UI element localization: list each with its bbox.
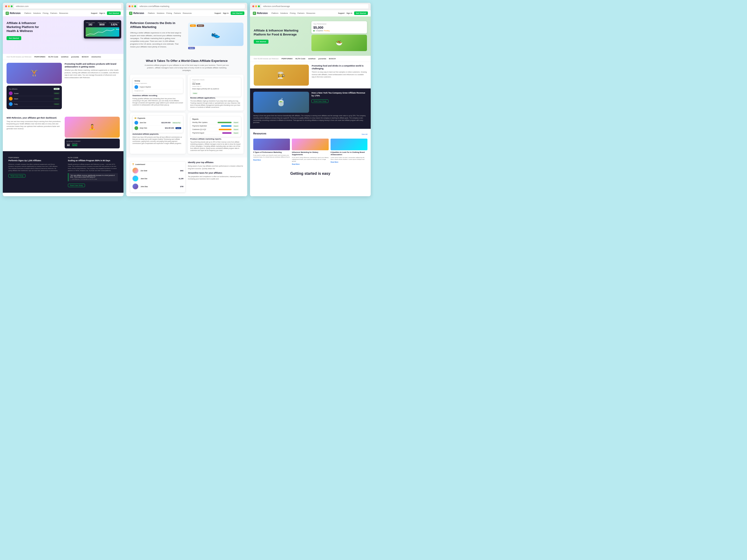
maximize-dot-3[interactable]	[258, 5, 260, 7]
reports-mock: Reports Monthly Offer Updates Export Pay…	[190, 116, 241, 137]
brand-bosch-1: BOSCH	[82, 56, 88, 58]
brands-label-3: Over 50,000 brands use Refersion	[254, 58, 279, 59]
minimize-dot[interactable]	[8, 5, 10, 7]
maximize-dot[interactable]	[11, 5, 12, 7]
hero-food: Affiliate & Influencer Marketing Platfor…	[250, 17, 371, 56]
brand-performix-3: PERFORMIX	[282, 58, 293, 60]
getting-started-title: Getting started is easy	[254, 171, 367, 176]
report-btn-payments-sep[interactable]: Export	[233, 125, 239, 127]
affiliate-name-susan: Susan	[14, 92, 52, 94]
resource-read-more-3[interactable]: Read More	[331, 161, 367, 163]
resource-img-1	[253, 139, 290, 150]
feature-reports-text: Top performing brands add up to 25% of t…	[190, 141, 241, 152]
report-btn-payments-aug[interactable]: Export	[233, 132, 239, 134]
report-btn-customers[interactable]: Export	[233, 129, 239, 130]
world-class-title: What It Takes To Offer a World-Class Aff…	[130, 59, 243, 62]
streamline-title: Streamline taxes for your affiliates	[188, 172, 243, 175]
browser-dots-2	[129, 5, 136, 7]
maximize-dot-2[interactable]	[134, 5, 136, 7]
affiliate-status-dawn: Active	[54, 98, 59, 100]
logo-icon-1: R	[6, 12, 9, 15]
brand-hlth-3: HLTH Code	[295, 58, 305, 60]
nav-pricing-1[interactable]: Pricing	[43, 12, 48, 14]
browser-bar-1: refersion.com	[3, 3, 124, 10]
leaderboard-container: 🏆 Leaderboard Zoe Gold $882 Jane Doe $1,…	[130, 161, 186, 192]
nav-signin-2[interactable]: Sign In	[223, 12, 229, 14]
nav-solutions-2[interactable]: Solutions	[157, 12, 164, 14]
nav-platform-2[interactable]: Platform	[148, 12, 155, 14]
report-row-monthly: Monthly Offer Updates Export	[192, 121, 239, 124]
nav-partners-2[interactable]: Partners	[174, 12, 181, 14]
feature-kitchen-photo: 👩‍🍳	[254, 64, 309, 86]
resource-title-2: Influencer Marketing for Dietary Supplem…	[292, 151, 329, 156]
applicant-name: Kaylynn Baptiste	[139, 86, 151, 88]
close-dot-2[interactable]	[129, 5, 130, 7]
close-dot[interactable]	[5, 5, 7, 7]
nav-partners-1[interactable]: Partners	[50, 12, 57, 14]
payments-label: Payments	[137, 117, 145, 119]
browser-bar-2: refersion.com/affiliate-marketing	[126, 3, 247, 10]
nav-links-1: Platform Solutions Pricing Partners Reso…	[24, 12, 68, 14]
resource-read-more-1[interactable]: Read More	[253, 159, 290, 161]
getting-started-section: Getting started is easy	[250, 168, 371, 179]
nav-support-3[interactable]: Support	[338, 12, 344, 14]
brands-bar-1: Over 50,000 brands use Refersion PERFORM…	[3, 54, 124, 60]
nav-resources-3[interactable]: Resources	[306, 12, 315, 14]
url-bar-3[interactable]: refersion.com/food-beverage	[261, 4, 368, 8]
nav-support-1[interactable]: Support	[91, 12, 97, 14]
identify-text: Being aware of your top affiliates and t…	[188, 165, 243, 170]
earnings-mock: googleapis.com/patty5 Clicks 68 Earnings…	[65, 139, 120, 149]
dash-stat-clicks: Affiliate Clicks $658	[98, 22, 106, 26]
payment-row-jane: Jane Doe $212.98 USD Refersion Pay	[134, 120, 181, 126]
hero-cta-health[interactable]: Get Started	[6, 36, 21, 40]
nav-solutions-1[interactable]: Solutions	[33, 12, 41, 14]
report-btn-monthly[interactable]: Export	[233, 122, 239, 124]
close-dot-3[interactable]	[252, 5, 254, 7]
email-mock: Kaylgmail.com	[134, 90, 181, 91]
nav-pricing-2[interactable]: Pricing	[166, 12, 172, 14]
dash-chart	[86, 27, 119, 37]
payment-amount-andy: $212.98 USD	[165, 127, 174, 129]
nav-get-started-3[interactable]: Get Started	[354, 11, 368, 15]
reports-title: Reports	[192, 118, 239, 120]
earnings-value: $282	[72, 144, 78, 146]
hero-food-cta[interactable]: Get Started	[254, 40, 268, 44]
nyc-case-cta[interactable]: Read Case Study	[311, 99, 329, 103]
nav-support-2[interactable]: Support	[214, 12, 221, 14]
minimize-dot-2[interactable]	[131, 5, 133, 7]
perf-header: Your Performance	[313, 23, 365, 25]
resource-read-more-2[interactable]: Read More	[292, 163, 329, 165]
nav-right-2: Support Sign In Get Started	[214, 11, 244, 15]
nav-get-started-2[interactable]: Get Started	[231, 11, 244, 15]
performix-cta[interactable]: Read Case Study	[8, 174, 25, 178]
hero-connect-text: Refersion Connects the Dots in Affiliate…	[130, 21, 185, 51]
payment-name-jane: Jane Doe	[139, 122, 160, 124]
minimize-dot-3[interactable]	[255, 5, 257, 7]
nav-resources-1[interactable]: Resources	[59, 12, 68, 14]
nav-pricing-3[interactable]: Pricing	[290, 12, 295, 14]
feature-health-title: Promoting health and wellness products w…	[65, 63, 120, 68]
report-monthly: Monthly Offer Updates	[192, 122, 216, 123]
url-bar-2[interactable]: refersion.com/affiliate-marketing	[137, 4, 244, 8]
nav-resources-2[interactable]: Resources	[183, 12, 192, 14]
nav-solutions-3[interactable]: Solutions	[280, 12, 288, 14]
nav-signin-1[interactable]: Sign In	[99, 12, 105, 14]
food-beverage-window: refersion.com/food-beverage R Refersion …	[250, 3, 371, 196]
hlth-logo: HLTH Code	[68, 157, 118, 158]
report-row-payments-aug: Payments August Export	[192, 131, 239, 135]
nyc-case-title: How a New York Tea Company Grew Affiliat…	[311, 92, 367, 97]
nav-partners-3[interactable]: Partners	[298, 12, 304, 14]
my-affiliates-label: My affiliates	[9, 88, 18, 90]
feature-applications-text: The best affiliates might go elsewhere i…	[190, 100, 241, 108]
reg-note: Brand aligns perfectly with my audience	[192, 88, 239, 89]
url-bar-1[interactable]: refersion.com	[14, 4, 121, 8]
hlth-cta[interactable]: Read Case Study	[68, 184, 85, 187]
report-payments-sep: Payments September	[192, 125, 220, 127]
nav-platform-1[interactable]: Platform	[24, 12, 31, 14]
perf-completed: Completed	[316, 30, 323, 31]
nav-signin-3[interactable]: Sign In	[346, 12, 352, 14]
nav-platform-3[interactable]: Platform	[272, 12, 279, 14]
nav-get-started-1[interactable]: Get Started	[107, 11, 121, 15]
nyc-case-content: How a New York Tea Company Grew Affiliat…	[311, 92, 367, 113]
see-all-link[interactable]: See All	[362, 133, 367, 135]
